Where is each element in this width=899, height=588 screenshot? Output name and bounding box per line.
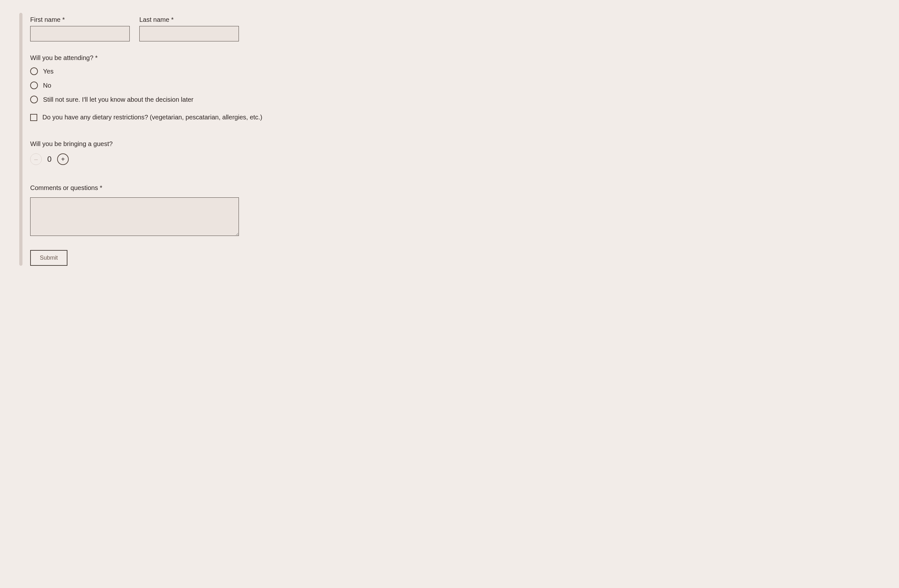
attending-radio-no[interactable]: No xyxy=(30,82,880,89)
first-name-input[interactable] xyxy=(30,26,130,42)
rsvp-form: First name * Last name * Will you be att… xyxy=(30,13,880,266)
last-name-input[interactable] xyxy=(139,26,239,42)
name-row: First name * Last name * xyxy=(30,16,880,42)
first-name-field: First name * xyxy=(30,16,130,42)
radio-icon xyxy=(30,67,38,75)
attending-radio-yes[interactable]: Yes xyxy=(30,67,880,75)
radio-icon xyxy=(30,82,38,89)
comments-textarea[interactable] xyxy=(30,198,239,236)
attending-section: Will you be attending? * Yes No Still no… xyxy=(30,54,880,103)
radio-label: Yes xyxy=(43,68,54,75)
guest-decrement-button[interactable]: – xyxy=(30,153,42,165)
radio-label: Still not sure. I'll let you know about … xyxy=(43,96,194,103)
minus-icon: – xyxy=(34,156,37,162)
comments-section: Comments or questions * xyxy=(30,184,880,237)
guest-label: Will you be bringing a guest? xyxy=(30,140,880,148)
dietary-label: Do you have any dietary restrictions? (v… xyxy=(42,114,262,121)
guest-stepper: – 0 + xyxy=(30,153,880,165)
last-name-field: Last name * xyxy=(139,16,239,42)
guest-count-value: 0 xyxy=(46,155,53,164)
first-name-label: First name * xyxy=(30,16,130,23)
checkbox-icon xyxy=(30,114,37,121)
dietary-checkbox[interactable]: Do you have any dietary restrictions? (v… xyxy=(30,114,880,121)
radio-icon xyxy=(30,96,38,103)
plus-icon: + xyxy=(61,156,65,162)
guest-section: Will you be bringing a guest? – 0 + xyxy=(30,140,880,165)
attending-radio-group: Yes No Still not sure. I'll let you know… xyxy=(30,67,880,103)
attending-label: Will you be attending? * xyxy=(30,54,880,62)
radio-label: No xyxy=(43,82,51,89)
comments-label: Comments or questions * xyxy=(30,184,880,191)
accent-bar xyxy=(19,13,23,266)
guest-increment-button[interactable]: + xyxy=(57,153,69,165)
attending-radio-unsure[interactable]: Still not sure. I'll let you know about … xyxy=(30,96,880,103)
form-wrapper: First name * Last name * Will you be att… xyxy=(19,13,880,266)
last-name-label: Last name * xyxy=(139,16,239,23)
page: First name * Last name * Will you be att… xyxy=(0,0,899,285)
submit-button[interactable]: Submit xyxy=(30,250,67,266)
